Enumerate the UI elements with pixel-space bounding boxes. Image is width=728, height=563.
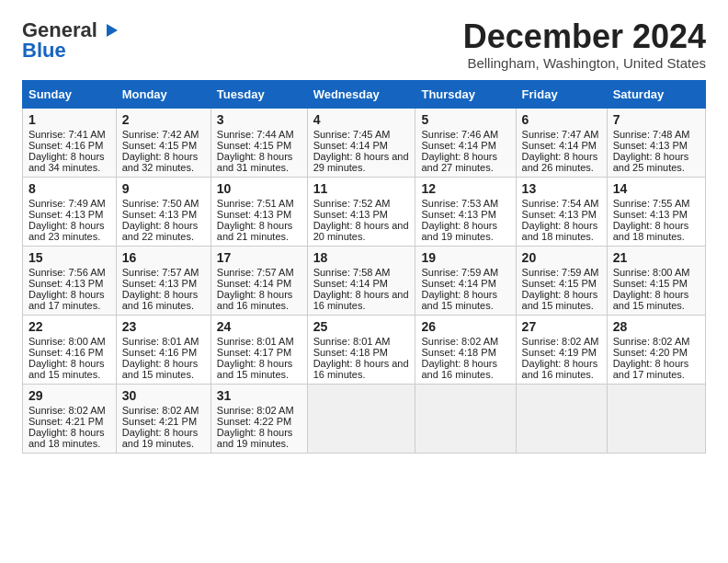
- daylight: Daylight: 8 hours and 19 minutes.: [421, 220, 497, 242]
- sunset: Sunset: 4:13 PM: [421, 209, 495, 220]
- sunrise: Sunrise: 8:00 AM: [613, 267, 690, 278]
- sunrise: Sunrise: 8:02 AM: [217, 405, 294, 416]
- calendar-cell: 15 Sunrise: 7:56 AM Sunset: 4:13 PM Dayl…: [23, 246, 117, 315]
- sunset: Sunset: 4:13 PM: [122, 209, 197, 220]
- sunset: Sunset: 4:14 PM: [313, 278, 388, 289]
- calendar-cell: 6 Sunrise: 7:47 AM Sunset: 4:14 PM Dayli…: [516, 108, 607, 177]
- daylight: Daylight: 8 hours and 16 minutes.: [217, 289, 293, 311]
- daylight: Daylight: 8 hours and 19 minutes.: [217, 427, 293, 449]
- day-number: 27: [522, 319, 601, 334]
- calendar-cell: 11 Sunrise: 7:52 AM Sunset: 4:13 PM Dayl…: [307, 177, 415, 246]
- day-number: 9: [122, 181, 205, 196]
- weekday-header: Friday: [516, 80, 607, 108]
- daylight: Daylight: 8 hours and 15 minutes.: [613, 289, 689, 311]
- daylight: Daylight: 8 hours and 19 minutes.: [122, 427, 199, 449]
- sunset: Sunset: 4:13 PM: [28, 209, 103, 220]
- calendar-cell: [607, 384, 705, 453]
- daylight: Daylight: 8 hours and 27 minutes.: [421, 151, 497, 173]
- day-number: 7: [613, 112, 700, 127]
- daylight: Daylight: 8 hours and 17 minutes.: [28, 289, 105, 311]
- calendar-cell: 4 Sunrise: 7:45 AM Sunset: 4:14 PM Dayli…: [307, 108, 415, 177]
- day-number: 10: [217, 181, 301, 196]
- weekday-header: Saturday: [607, 80, 705, 108]
- sunrise: Sunrise: 8:01 AM: [313, 336, 391, 347]
- sunrise: Sunrise: 8:02 AM: [122, 405, 199, 416]
- day-number: 22: [28, 319, 110, 334]
- sunrise: Sunrise: 7:57 AM: [217, 267, 294, 278]
- sunset: Sunset: 4:15 PM: [522, 278, 597, 289]
- svg-marker-0: [107, 24, 118, 37]
- day-number: 11: [313, 181, 410, 196]
- daylight: Daylight: 8 hours and 15 minutes.: [217, 358, 293, 380]
- sunrise: Sunrise: 7:47 AM: [522, 129, 599, 140]
- calendar-cell: 13 Sunrise: 7:54 AM Sunset: 4:13 PM Dayl…: [516, 177, 607, 246]
- sunset: Sunset: 4:13 PM: [122, 278, 197, 289]
- sunset: Sunset: 4:19 PM: [522, 347, 597, 358]
- calendar-cell: 23 Sunrise: 8:01 AM Sunset: 4:16 PM Dayl…: [116, 315, 210, 384]
- day-number: 28: [613, 319, 700, 334]
- day-number: 15: [28, 250, 110, 265]
- sunrise: Sunrise: 7:55 AM: [613, 198, 690, 209]
- sunset: Sunset: 4:13 PM: [217, 209, 291, 220]
- daylight: Daylight: 8 hours and 29 minutes.: [313, 151, 409, 173]
- calendar-cell: 25 Sunrise: 8:01 AM Sunset: 4:18 PM Dayl…: [307, 315, 415, 384]
- daylight: Daylight: 8 hours and 18 minutes.: [522, 220, 598, 242]
- sunrise: Sunrise: 8:01 AM: [217, 336, 294, 347]
- sunrise: Sunrise: 8:02 AM: [522, 336, 599, 347]
- day-number: 23: [122, 319, 205, 334]
- sunset: Sunset: 4:18 PM: [313, 347, 388, 358]
- day-number: 25: [313, 319, 410, 334]
- sunset: Sunset: 4:14 PM: [421, 278, 495, 289]
- sunrise: Sunrise: 7:51 AM: [217, 198, 294, 209]
- sunset: Sunset: 4:21 PM: [122, 416, 197, 427]
- daylight: Daylight: 8 hours and 18 minutes.: [613, 220, 689, 242]
- calendar-cell: 19 Sunrise: 7:59 AM Sunset: 4:14 PM Dayl…: [415, 246, 516, 315]
- daylight: Daylight: 8 hours and 34 minutes.: [28, 151, 105, 173]
- day-number: 19: [421, 250, 509, 265]
- day-number: 6: [522, 112, 601, 127]
- day-number: 12: [421, 181, 509, 196]
- sunrise: Sunrise: 7:46 AM: [421, 129, 498, 140]
- day-number: 29: [28, 388, 110, 403]
- calendar-table: SundayMondayTuesdayWednesdayThursdayFrid…: [22, 80, 706, 454]
- daylight: Daylight: 8 hours and 15 minutes.: [122, 358, 199, 380]
- calendar-cell: 28 Sunrise: 8:02 AM Sunset: 4:20 PM Dayl…: [607, 315, 705, 384]
- calendar-cell: 14 Sunrise: 7:55 AM Sunset: 4:13 PM Dayl…: [607, 177, 705, 246]
- day-number: 31: [217, 388, 301, 403]
- month-title: December 2024: [463, 18, 706, 55]
- daylight: Daylight: 8 hours and 26 minutes.: [522, 151, 598, 173]
- calendar-cell: 29 Sunrise: 8:02 AM Sunset: 4:21 PM Dayl…: [23, 384, 117, 453]
- sunrise: Sunrise: 7:56 AM: [28, 267, 106, 278]
- page-header: General Blue December 2024 Bellingham, W…: [22, 18, 706, 71]
- logo: General Blue: [22, 18, 119, 63]
- sunrise: Sunrise: 7:44 AM: [217, 129, 294, 140]
- sunset: Sunset: 4:14 PM: [313, 140, 388, 151]
- sunset: Sunset: 4:21 PM: [28, 416, 103, 427]
- sunset: Sunset: 4:13 PM: [613, 140, 688, 151]
- calendar-cell: 7 Sunrise: 7:48 AM Sunset: 4:13 PM Dayli…: [607, 108, 705, 177]
- sunrise: Sunrise: 7:52 AM: [313, 198, 391, 209]
- daylight: Daylight: 8 hours and 23 minutes.: [28, 220, 105, 242]
- daylight: Daylight: 8 hours and 15 minutes.: [421, 289, 497, 311]
- sunrise: Sunrise: 7:58 AM: [313, 267, 391, 278]
- calendar-cell: 5 Sunrise: 7:46 AM Sunset: 4:14 PM Dayli…: [415, 108, 516, 177]
- sunset: Sunset: 4:14 PM: [522, 140, 597, 151]
- calendar-cell: [415, 384, 516, 453]
- daylight: Daylight: 8 hours and 16 minutes.: [522, 358, 598, 380]
- sunrise: Sunrise: 7:41 AM: [28, 129, 106, 140]
- day-number: 17: [217, 250, 301, 265]
- sunset: Sunset: 4:14 PM: [421, 140, 495, 151]
- calendar-cell: 16 Sunrise: 7:57 AM Sunset: 4:13 PM Dayl…: [116, 246, 210, 315]
- daylight: Daylight: 8 hours and 15 minutes.: [28, 358, 105, 380]
- day-number: 2: [122, 112, 205, 127]
- calendar-week-row: 8 Sunrise: 7:49 AM Sunset: 4:13 PM Dayli…: [23, 177, 706, 246]
- daylight: Daylight: 8 hours and 32 minutes.: [122, 151, 199, 173]
- logo-triangle-icon: [99, 20, 119, 40]
- sunset: Sunset: 4:15 PM: [217, 140, 291, 151]
- location: Bellingham, Washington, United States: [463, 55, 706, 71]
- calendar-cell: 20 Sunrise: 7:59 AM Sunset: 4:15 PM Dayl…: [516, 246, 607, 315]
- sunrise: Sunrise: 7:59 AM: [421, 267, 498, 278]
- daylight: Daylight: 8 hours and 21 minutes.: [217, 220, 293, 242]
- daylight: Daylight: 8 hours and 15 minutes.: [522, 289, 598, 311]
- day-number: 30: [122, 388, 205, 403]
